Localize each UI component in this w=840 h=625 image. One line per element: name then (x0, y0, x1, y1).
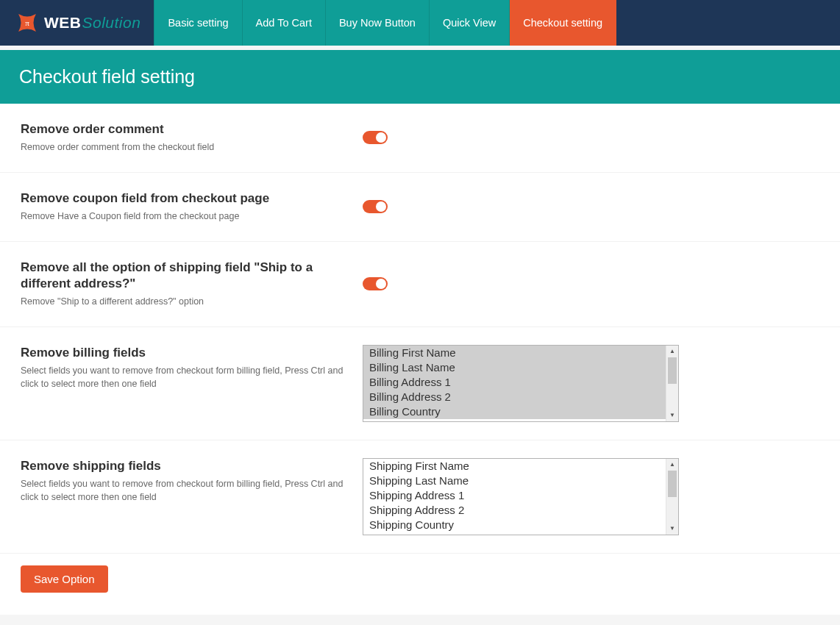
setting-description: Remove order comment from the checkout f… (21, 140, 348, 154)
scroll-down-icon[interactable]: ▼ (666, 523, 678, 535)
multiselect-option[interactable]: Billing Address 1 (363, 375, 666, 390)
setting-row-remove_order_comment: Remove order commentRemove order comment… (0, 104, 840, 173)
tab-buy-now-button[interactable]: Buy Now Button (326, 0, 430, 46)
save-button[interactable]: Save Option (21, 565, 108, 593)
setting-title: Remove billing fields (21, 345, 348, 361)
multiselect-option[interactable]: Billing Address 2 (363, 390, 666, 404)
brand-logo: π WEB Solution (0, 0, 154, 46)
settings-content: Remove order commentRemove order comment… (0, 104, 840, 615)
tab-basic-setting[interactable]: Basic setting (154, 0, 242, 46)
scrollbar[interactable]: ▲▼ (666, 459, 678, 535)
top-tabs: Basic settingAdd To CartBuy Now ButtonQu… (154, 0, 616, 46)
toggle-remove_order_comment[interactable] (363, 131, 388, 144)
footer-actions: Save Option (0, 554, 840, 615)
tab-quick-view[interactable]: Quick View (430, 0, 510, 46)
multiselect-option[interactable]: Billing Country (363, 404, 666, 419)
setting-row-remove_shipping_fields: Remove shipping fieldsSelect fields you … (0, 440, 840, 554)
multiselect-option[interactable]: Shipping Address 2 (363, 503, 666, 518)
multiselect-option[interactable]: Billing First Name (363, 346, 666, 360)
multiselect-option[interactable]: Shipping First Name (363, 459, 666, 474)
setting-row-remove_ship_diff: Remove all the option of shipping field … (0, 242, 840, 327)
toggle-knob (376, 132, 386, 143)
scroll-up-icon[interactable]: ▲ (666, 459, 678, 471)
multiselect-option[interactable]: Shipping Country (363, 518, 666, 532)
page-title: Checkout field setting (19, 66, 821, 88)
top-bar: π WEB Solution Basic settingAdd To CartB… (0, 0, 840, 46)
setting-row-remove_billing_fields: Remove billing fieldsSelect fields you w… (0, 327, 840, 440)
multiselect-remove_billing_fields[interactable]: Billing First NameBilling Last NameBilli… (363, 345, 679, 422)
scroll-thumb[interactable] (668, 471, 677, 497)
brand-web: WEB (44, 14, 82, 32)
scroll-up-icon[interactable]: ▲ (666, 346, 678, 357)
scroll-thumb[interactable] (668, 357, 677, 384)
setting-description: Remove Have a Coupon field from the chec… (21, 210, 348, 224)
multiselect-option[interactable]: Shipping Last Name (363, 474, 666, 488)
tab-label: Quick View (443, 17, 496, 29)
tab-label: Add To Cart (256, 17, 312, 29)
multiselect-option[interactable]: Billing Last Name (363, 360, 666, 375)
toggle-remove_ship_diff[interactable] (363, 277, 388, 290)
scroll-down-icon[interactable]: ▼ (666, 410, 678, 421)
setting-title: Remove shipping fields (21, 458, 348, 474)
toggle-remove_coupon[interactable] (363, 200, 388, 213)
setting-row-remove_coupon: Remove coupon field from checkout pageRe… (0, 173, 840, 242)
toggle-knob (376, 279, 386, 289)
setting-description: Select fields you want to remove from ch… (21, 477, 348, 505)
setting-title: Remove all the option of shipping field … (21, 260, 348, 292)
logo-icon: π (15, 10, 40, 35)
brand-solution: Solution (82, 14, 141, 32)
tab-checkout-setting[interactable]: Checkout setting (510, 0, 616, 46)
tab-label: Basic setting (168, 17, 228, 29)
scrollbar[interactable]: ▲▼ (666, 346, 678, 421)
page-title-bar: Checkout field setting (0, 50, 840, 104)
setting-description: Remove "Ship to a different address?" op… (21, 295, 348, 309)
multiselect-option[interactable]: Shipping Address 1 (363, 488, 666, 503)
setting-description: Select fields you want to remove from ch… (21, 364, 348, 392)
tab-label: Checkout setting (523, 17, 602, 29)
toggle-knob (376, 201, 386, 212)
tab-add-to-cart[interactable]: Add To Cart (243, 0, 326, 46)
tab-label: Buy Now Button (339, 17, 416, 29)
svg-text:π: π (25, 18, 29, 27)
setting-title: Remove order comment (21, 121, 348, 138)
multiselect-remove_shipping_fields[interactable]: Shipping First NameShipping Last NameShi… (363, 458, 679, 535)
setting-title: Remove coupon field from checkout page (21, 190, 348, 207)
